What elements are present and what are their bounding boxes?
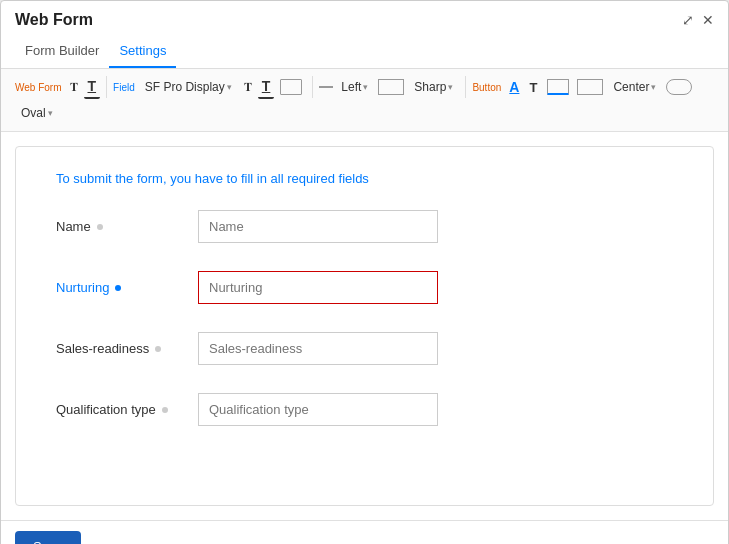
- chevron-down-icon: ▾: [227, 82, 232, 92]
- form-input-sales[interactable]: [198, 332, 438, 365]
- save-button[interactable]: Save: [15, 531, 81, 544]
- expand-icon[interactable]: ⤢: [682, 12, 694, 28]
- button-t-icon[interactable]: T: [525, 75, 541, 99]
- sharp-dropdown[interactable]: Sharp ▾: [408, 75, 459, 99]
- font-family-dropdown[interactable]: SF Pro Display ▾: [139, 75, 238, 99]
- footer: Save: [1, 520, 728, 544]
- window-title: Web Form: [15, 11, 93, 29]
- underline-text-icon[interactable]: T: [84, 75, 101, 99]
- close-icon[interactable]: ✕: [702, 12, 714, 28]
- text-style-icon[interactable]: 𝐓: [66, 75, 82, 99]
- button-label: Button: [472, 82, 501, 93]
- field-label: Field: [113, 82, 135, 93]
- border-box-3: [666, 79, 692, 95]
- tab-form-builder[interactable]: Form Builder: [15, 35, 109, 68]
- divider-1: [106, 76, 107, 98]
- webform-label: Web Form: [15, 82, 62, 93]
- dot-indicator-qualification: [162, 407, 168, 413]
- field-underline-icon[interactable]: T: [258, 75, 275, 99]
- divider-3: [465, 76, 466, 98]
- form-row-name: Name: [56, 210, 673, 243]
- chevron-down-icon-4: ▾: [651, 82, 656, 92]
- form-label-sales: Sales-readiness: [56, 341, 186, 356]
- chevron-down-icon-5: ▾: [48, 108, 53, 118]
- app-window: Web Form ⤢ ✕ Form Builder Settings Web F…: [0, 0, 729, 544]
- center-dropdown[interactable]: Center ▾: [607, 75, 662, 99]
- toolbar: Web Form 𝐓 T Field SF Pro Display ▾ 𝐓 T …: [1, 69, 728, 132]
- field-text-style-icon[interactable]: 𝐓: [240, 75, 256, 99]
- button-box-icon[interactable]: [543, 75, 573, 99]
- field-box-icon[interactable]: [276, 75, 306, 99]
- form-input-name[interactable]: [198, 210, 438, 243]
- chevron-down-icon-3: ▾: [448, 82, 453, 92]
- dot-indicator-nurturing: [115, 285, 121, 291]
- form-row-sales: Sales-readiness: [56, 332, 673, 365]
- main-content: To submit the form, you have to fill in …: [1, 132, 728, 520]
- dot-indicator: [97, 224, 103, 230]
- form-label-name: Name: [56, 219, 186, 234]
- dash-separator: [319, 86, 333, 88]
- tab-bar: Form Builder Settings: [1, 35, 728, 69]
- oval-dropdown[interactable]: Oval ▾: [15, 101, 59, 125]
- form-notice: To submit the form, you have to fill in …: [56, 171, 673, 186]
- border-box-1: [378, 79, 404, 95]
- align-dropdown[interactable]: Left ▾: [335, 75, 374, 99]
- window-controls: ⤢ ✕: [682, 12, 714, 28]
- tab-settings[interactable]: Settings: [109, 35, 176, 68]
- dot-indicator-sales: [155, 346, 161, 352]
- title-bar: Web Form ⤢ ✕: [1, 1, 728, 29]
- form-label-qualification: Qualification type: [56, 402, 186, 417]
- form-canvas: To submit the form, you have to fill in …: [15, 146, 714, 506]
- form-input-qualification[interactable]: [198, 393, 438, 426]
- chevron-down-icon-2: ▾: [363, 82, 368, 92]
- form-input-nurturing[interactable]: [198, 271, 438, 304]
- form-row-nurturing: Nurturing: [56, 271, 673, 304]
- form-label-nurturing: Nurturing: [56, 280, 186, 295]
- border-box-2: [577, 79, 603, 95]
- button-text-a-icon[interactable]: A: [505, 75, 523, 99]
- divider-2: [312, 76, 313, 98]
- form-row-qualification: Qualification type: [56, 393, 673, 426]
